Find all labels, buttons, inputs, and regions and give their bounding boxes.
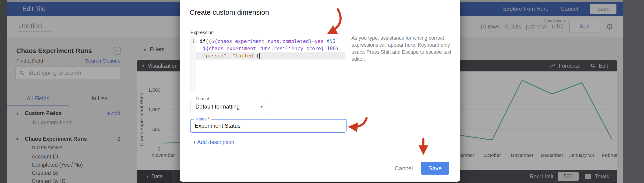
name-field[interactable]: Name * Experiment Status: [190, 119, 346, 132]
modal-save-button[interactable]: Save: [421, 162, 449, 174]
create-custom-dimension-modal: Create custom dimension Expression 1 if(…: [180, 0, 460, 182]
expression-editor[interactable]: 1 if((${chaos_experiment_runs.completed}…: [190, 36, 345, 91]
line-number-gutter: 1: [191, 36, 196, 91]
text-cursor: [259, 53, 260, 58]
modal-title: Create custom dimension: [190, 8, 269, 16]
modal-cancel-button[interactable]: Cancel: [394, 165, 413, 172]
video-left-margin: [0, 0, 7, 183]
expression-label: Expression: [190, 30, 214, 35]
add-description-link[interactable]: + Add description: [193, 139, 234, 146]
format-selected-value: Default formatting: [196, 99, 240, 114]
format-select[interactable]: Format Default formatting ▾: [190, 99, 267, 114]
name-input[interactable]: Experiment Status: [195, 120, 241, 132]
caret-down-icon[interactable]: ▾: [260, 99, 263, 114]
screenshot-frame: Edit Tile Explore from Here Cancel Save …: [0, 0, 644, 183]
expression-code[interactable]: if((${chaos_experiment_runs.completed}=y…: [196, 36, 345, 91]
expression-helper-text: As you type, assistance for writing corr…: [352, 34, 455, 62]
text-cursor: [241, 123, 241, 128]
modal-footer: Cancel Save: [394, 162, 449, 174]
